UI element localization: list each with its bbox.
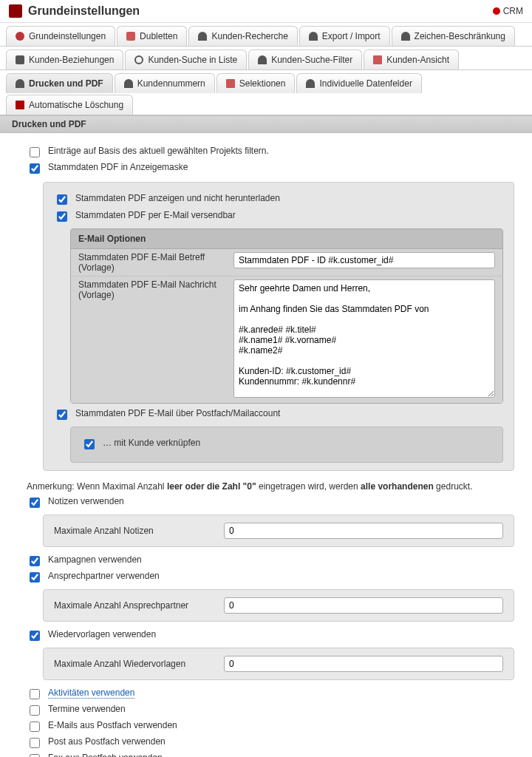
tab-dubletten[interactable]: Dubletten: [117, 26, 187, 46]
person-icon: [16, 79, 24, 88]
tab-automatische-l-schung[interactable]: Automatische Löschung: [6, 95, 133, 115]
section-title: Drucken und PDF: [12, 119, 86, 129]
label-post-postfach: Post aus Postfach verwenden: [48, 736, 166, 747]
checkbox-kampagnen[interactable]: [30, 556, 40, 566]
content: Einträge auf Basis des aktuell gewählten…: [0, 133, 532, 757]
checkbox-stamm-email-send[interactable]: [57, 211, 67, 222]
tab-kundennummern[interactable]: Kundennummern: [115, 73, 215, 93]
tab-label: Zeichen-Beschränkung: [415, 31, 505, 41]
checkbox-notizen[interactable]: [30, 498, 40, 508]
checkbox-ansprechpartner[interactable]: [30, 572, 40, 583]
gear-icon: [16, 32, 24, 41]
checkbox-termine[interactable]: [30, 705, 40, 716]
checkbox-emails-postfach[interactable]: [30, 722, 40, 732]
search-icon: [134, 55, 143, 64]
tab-label: Kunden-Suche-Filter: [271, 55, 352, 65]
crm-badge[interactable]: CRM: [493, 6, 523, 16]
check-stamm-email-send: Stammdaten PDF per E-Mail versendbar: [54, 210, 503, 224]
tab-kunden-recherche[interactable]: Kunden-Recherche: [188, 26, 297, 46]
tab-label: Kundennummern: [137, 78, 205, 89]
checkbox-fax-postfach[interactable]: [30, 754, 40, 757]
person-icon: [124, 79, 133, 88]
link-aktivitaeten[interactable]: Aktivitäten verwenden: [48, 688, 134, 699]
max-wiedervorlagen-input[interactable]: [224, 656, 503, 672]
label-stamm-email-send: Stammdaten PDF per E-Mail versendbar: [75, 210, 236, 220]
label-notizen: Notizen verwenden: [48, 496, 124, 506]
app-icon: [9, 4, 22, 18]
tab-label: Export / Import: [322, 31, 381, 41]
person-icon: [306, 79, 315, 88]
tab-kunden-beziehungen[interactable]: Kunden-Beziehungen: [6, 50, 123, 69]
section-bar: Drucken und PDF: [0, 115, 532, 133]
checkbox-aktivitaeten[interactable]: [30, 689, 40, 699]
tab-label: Drucken und PDF: [29, 78, 103, 89]
email-message-textarea[interactable]: [233, 279, 495, 398]
email-subject-row: Stammdaten PDF E-Mail Betreff (Vorlage): [71, 249, 502, 276]
check-filter-project: Einträge auf Basis des aktuell gewählten…: [27, 146, 514, 160]
label-wiedervorlagen: Wiedervorlagen verwenden: [48, 629, 156, 639]
check-stamm-email-mailbox: Stammdaten PDF E-Mail über Postfach/Mail…: [54, 408, 503, 422]
label-link-customer: … mit Kunde verknüpfen: [103, 438, 200, 448]
tab-selektionen[interactable]: Selektionen: [216, 73, 296, 93]
label-stamm-anzeige: Stammdaten PDF in Anzeigemaske: [48, 162, 188, 172]
trash-icon: [16, 101, 24, 109]
tab-grundeinstellungen[interactable]: Grundeinstellungen: [6, 26, 115, 46]
check-stamm-show-not-dl: Stammdaten PDF anzeigen und nicht herunt…: [54, 193, 503, 207]
link-icon: [16, 55, 24, 64]
max-ansprechpartner-input[interactable]: [224, 597, 503, 614]
tab-label: Dubletten: [140, 31, 177, 41]
tab-zeichen-beschr-nkung[interactable]: Zeichen-Beschränkung: [392, 26, 515, 46]
note-mid: eingetragen wird, werden: [259, 481, 361, 492]
check-kampagnen: Kampagnen verwenden: [27, 554, 514, 568]
checkbox-link-customer[interactable]: [84, 439, 95, 449]
max-wiedervorlagen-label: Maximale Anzahl Wiedervorlagen: [54, 659, 209, 669]
note-prefix: Anmerkung: Wenn Maximal Anzahl: [27, 481, 167, 492]
max-ansprechpartner: Maximale Anzahl Ansprechpartner: [43, 589, 514, 622]
tab-kunden-suche-filter[interactable]: Kunden-Suche-Filter: [248, 50, 362, 69]
email-options-box: E-Mail Optionen Stammdaten PDF E-Mail Be…: [70, 228, 503, 404]
panel-stammdaten: Stammdaten PDF anzeigen und nicht herunt…: [43, 182, 514, 471]
check-wiedervorlagen: Wiedervorlagen verwenden: [27, 629, 514, 643]
label-emails-postfach: E-Mails aus Postfach verwenden: [48, 720, 177, 730]
record-icon: [493, 7, 500, 15]
tab-export-import[interactable]: Export / Import: [299, 26, 390, 46]
tab-label: Kunden-Recherche: [211, 31, 287, 41]
label-stamm-show-not-dl: Stammdaten PDF anzeigen und nicht herunt…: [75, 193, 280, 203]
max-notizen-input[interactable]: [224, 523, 503, 539]
note-bold-2: alle vorhandenen: [361, 481, 434, 492]
label-filter-project: Einträge auf Basis des aktuell gewählten…: [48, 146, 269, 156]
tab-kunden-suche-in-liste[interactable]: Kunden-Suche in Liste: [125, 50, 247, 69]
checkbox-filter-project[interactable]: [30, 147, 40, 157]
crm-label: CRM: [503, 6, 523, 16]
person-icon: [198, 32, 207, 41]
label-ansprechpartner: Ansprechpartner verwenden: [48, 571, 160, 581]
email-subject-input[interactable]: [233, 252, 495, 268]
tab-label: Kunden-Suche in Liste: [148, 55, 237, 65]
check-stamm-anzeige: Stammdaten PDF in Anzeigemaske: [27, 162, 514, 176]
label-kampagnen: Kampagnen verwenden: [48, 554, 142, 565]
checkbox-post-postfach[interactable]: [30, 738, 40, 748]
tabs-row-2: Kunden-BeziehungenKunden-Suche in ListeK…: [0, 47, 532, 70]
tab-label: Kunden-Ansicht: [386, 55, 449, 65]
max-ansprechpartner-label: Maximale Anzahl Ansprechpartner: [54, 600, 209, 611]
tab-label: Kunden-Beziehungen: [29, 55, 114, 65]
tab-individuelle-datenfelder[interactable]: Individuelle Datenfelder: [296, 73, 421, 93]
checkbox-stamm-show-not-dl[interactable]: [57, 194, 67, 205]
max-wiedervorlagen: Maximale Anzahl Wiedervorlagen: [43, 648, 514, 680]
label-fax-postfach: Fax aus Postfach verwenden: [48, 753, 163, 757]
tab-label: Automatische Löschung: [29, 100, 123, 110]
tab-drucken-und-pdf[interactable]: Drucken und PDF: [6, 73, 113, 93]
header-bar: Grundeinstellungen CRM: [0, 0, 532, 23]
check-notizen: Notizen verwenden: [27, 496, 514, 510]
note-bold-1: leer oder die Zahl "0": [167, 481, 256, 492]
checkbox-stamm-email-mailbox[interactable]: [57, 410, 67, 420]
checkbox-stamm-anzeige[interactable]: [30, 163, 40, 174]
max-notizen: Maximale Anzahl Notizen: [43, 515, 514, 547]
tab-kunden-ansicht[interactable]: Kunden-Ansicht: [364, 50, 459, 69]
doc-icon: [373, 55, 382, 64]
note-suffix: gedruckt.: [436, 481, 472, 492]
tabs-row-1: GrundeinstellungenDublettenKunden-Recher…: [0, 23, 532, 47]
check-post-postfach: Post aus Postfach verwenden: [27, 736, 514, 750]
checkbox-wiedervorlagen[interactable]: [30, 631, 40, 641]
email-message-label: Stammdaten PDF E-Mail Nachricht (Vorlage…: [78, 279, 226, 300]
